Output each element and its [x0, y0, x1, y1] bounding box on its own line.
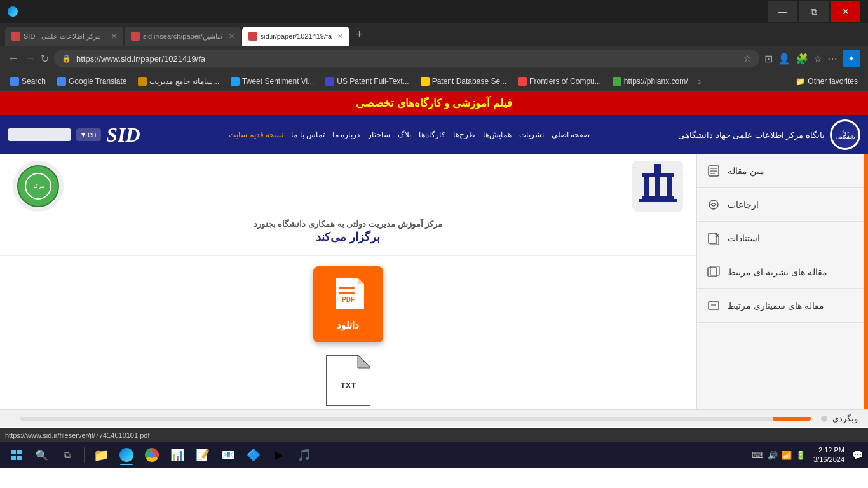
nav-link-main[interactable]: صفحه اصلی — [552, 130, 590, 139]
more-icon[interactable]: ⋯ — [827, 53, 837, 65]
edge-sidebar-btn[interactable]: ✦ — [843, 50, 860, 67]
panel-item-article-text[interactable]: متن مقاله — [697, 154, 868, 188]
panel-item-citations[interactable]: استنادات — [697, 222, 868, 255]
taskbar-right: ⌨ 🔊 📶 🔋 2:12 PM 3/16/2024 💬 — [752, 445, 863, 465]
taskbar-date: 3/16/2024 — [813, 455, 844, 464]
panel-item-related-journal[interactable]: مقاله های نشریه ای مرتبط — [697, 255, 868, 289]
task-view-btn[interactable]: ⧉ — [56, 444, 79, 466]
minimize-btn[interactable]: — — [768, 1, 797, 22]
nav-link-oldsite[interactable]: نسخه قدیم سایت — [229, 130, 284, 139]
bookmark-search[interactable]: Search — [5, 76, 51, 87]
back-btn[interactable]: ← — [8, 52, 19, 65]
nav-search-input[interactable] — [8, 128, 71, 141]
star-icon[interactable]: ☆ — [743, 53, 752, 64]
bookmark-translate[interactable]: Google Translate — [52, 76, 132, 87]
university-logo-right: مرکز — [13, 161, 64, 212]
nav-center: صفحه اصلی نشریات همایش‌ها طرح‌ها کارگاه‌… — [229, 130, 590, 139]
app8-taskbar-btn[interactable]: 🎵 — [293, 444, 316, 466]
app6-taskbar-btn[interactable]: 🔷 — [242, 444, 265, 466]
bookmark-8[interactable]: https://phlanx.com/ — [607, 76, 693, 87]
tab-2-label: sid.ir/search/paper/ماشین/ — [143, 32, 223, 41]
txt-download-btn[interactable]: TXT دانلود فایل متنی (OCR) — [307, 355, 389, 409]
system-tray-icons: ⌨ 🔊 📶 🔋 — [752, 451, 806, 460]
pdf-download-btn[interactable]: PDF دانلود — [313, 266, 383, 342]
workshop-subtitle: مرکز آموزش مدیریت دولتی به همکاری دانشگا… — [254, 219, 442, 229]
new-tab-btn[interactable]: + — [351, 27, 368, 43]
chrome-taskbar-btn[interactable] — [140, 444, 163, 466]
status-bar: https://www.sid.ir/fileserver/jf/7741401… — [0, 428, 868, 442]
bookmark-7[interactable]: Frontiers of Compu... — [513, 76, 606, 87]
download-section: PDF دانلود TXT دانلود فایل متنی (O — [0, 256, 696, 409]
tab-2-close[interactable]: ✕ — [229, 32, 234, 41]
search-taskbar-btn[interactable]: 🔍 — [31, 444, 53, 466]
txt-file-icon: TXT — [326, 355, 370, 406]
nav-link-workshops[interactable]: کارگاه‌ها — [419, 130, 445, 139]
network-icon[interactable]: 📶 — [782, 451, 792, 460]
nav-link-pub[interactable]: نشریات — [519, 130, 544, 139]
window-controls[interactable]: — ⧉ ✕ — [768, 1, 860, 22]
taskbar-time: 2:12 PM — [813, 445, 844, 455]
bookmark-3[interactable]: سامانه جامع مدیریت... — [133, 76, 224, 87]
nav-link-plans[interactable]: طرح‌ها — [453, 130, 475, 139]
url-bar[interactable]: 🔒 https://www.sid.ir/paper/1021419/fa ☆ — [54, 50, 759, 67]
app7-taskbar-btn[interactable]: ▶ — [268, 444, 290, 466]
panel-label-3: استنادات — [728, 233, 760, 243]
svg-rect-5 — [642, 196, 674, 199]
svg-rect-4 — [667, 177, 672, 196]
panel-item-related-seminar[interactable]: مقاله های سمیناری مرتبط — [697, 289, 868, 323]
txt-icon-container: TXT — [326, 355, 370, 406]
sid-logo-text: SID — [106, 123, 140, 146]
start-btn[interactable] — [5, 444, 28, 466]
favorites-icon[interactable]: ☆ — [813, 53, 822, 65]
svg-rect-12 — [358, 284, 364, 309]
profile-icon[interactable]: 👤 — [778, 53, 790, 65]
refresh-btn[interactable]: ↻ — [41, 53, 49, 65]
bottom-scroll-track[interactable] — [20, 417, 811, 421]
citations-icon — [706, 231, 721, 246]
forward-btn[interactable]: → — [24, 52, 36, 65]
main-content: مرکز مرکز آموزش مدیریت دولتی به همکاری د… — [0, 154, 868, 409]
close-btn[interactable]: ✕ — [831, 1, 860, 22]
bookmark-5[interactable]: US Patent Full-Text... — [320, 76, 414, 87]
jihad-logo: جهاددانشگاهی — [830, 119, 860, 150]
status-url: https://www.sid.ir/fileserver/jf/7741401… — [5, 431, 149, 439]
notification-icon[interactable]: 💬 — [852, 450, 863, 460]
panel-label-1: متن مقاله — [728, 166, 764, 176]
excel-taskbar-btn[interactable]: 📊 — [166, 444, 189, 466]
tab-3[interactable]: sid.ir/paper/1021419/fa ✕ — [242, 27, 350, 46]
related-journal-icon — [706, 264, 721, 280]
app5-taskbar-btn[interactable]: 📧 — [217, 444, 240, 466]
other-favorites[interactable]: 📁 Other favorites — [790, 76, 863, 87]
taskbar-divider — [84, 447, 85, 463]
references-icon — [706, 197, 721, 212]
tab-3-label: sid.ir/paper/1021419/fa — [261, 32, 332, 40]
taskbar-clock[interactable]: 2:12 PM 3/16/2024 — [811, 445, 847, 465]
nav-link-conf[interactable]: همایش‌ها — [483, 130, 512, 139]
bookmarks-more[interactable]: › — [695, 75, 705, 88]
nav-link-about[interactable]: درباره ما — [332, 130, 360, 139]
top-banner: فیلم آموزشی و کارگاه‌های تخصصی — [0, 92, 868, 115]
bookmark-4[interactable]: Tweet Sentiment Vi... — [226, 76, 319, 87]
collections-icon[interactable]: ⊡ — [764, 53, 773, 65]
nav-link-struct[interactable]: ساختار — [368, 130, 390, 139]
related-seminar-icon — [706, 298, 721, 313]
svg-marker-11 — [358, 278, 364, 284]
edge-taskbar-btn[interactable] — [115, 444, 138, 466]
nav-link-blog[interactable]: بلاگ — [398, 130, 411, 139]
orange-scrollbar[interactable] — [864, 154, 868, 409]
tab-1-close[interactable]: ✕ — [111, 32, 117, 41]
tab-2[interactable]: sid.ir/search/paper/ماشین/ ✕ — [125, 27, 241, 46]
tab-3-close[interactable]: ✕ — [337, 32, 343, 41]
word-taskbar-btn[interactable]: 📝 — [191, 444, 214, 466]
lang-selector[interactable]: en ▾ — [76, 128, 101, 141]
nav-link-contact[interactable]: تماس با ما — [291, 130, 325, 139]
panel-item-references[interactable]: ارجاعات — [697, 188, 868, 222]
tab-1[interactable]: SID - مرکز اطلاعات علمی - ✕ — [5, 27, 123, 46]
volume-icon[interactable]: 🔊 — [768, 451, 778, 460]
panel-label-5: مقاله های سمیناری مرتبط — [728, 301, 824, 311]
file-explorer-btn[interactable]: 📁 — [90, 444, 112, 466]
bookmark-6[interactable]: Patent Database Se... — [416, 76, 512, 87]
website-wrapper: فیلم آموزشی و کارگاه‌های تخصصی جهاددانشگ… — [0, 92, 868, 428]
extensions-icon[interactable]: 🧩 — [796, 53, 808, 65]
maximize-btn[interactable]: ⧉ — [799, 1, 829, 22]
